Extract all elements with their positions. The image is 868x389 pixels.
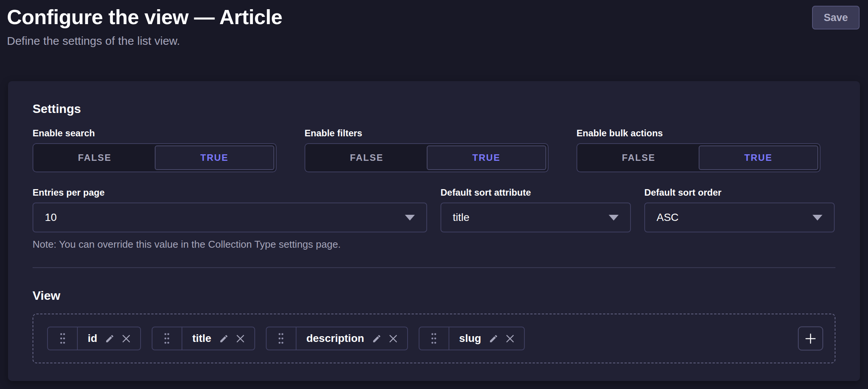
- default-sort-attribute-label: Default sort attribute: [441, 187, 631, 198]
- close-icon: [506, 335, 514, 343]
- section-divider: [33, 267, 835, 268]
- caret-down-icon: [405, 215, 415, 221]
- default-sort-attribute-field: Default sort attribute title: [441, 187, 631, 232]
- caret-down-icon: [609, 215, 619, 221]
- enable-search-true-option[interactable]: TRUE: [155, 145, 275, 170]
- caret-down-icon: [812, 215, 822, 221]
- plus-icon: [804, 332, 817, 345]
- settings-section-heading: Settings: [33, 101, 835, 116]
- remove-field-button[interactable]: [389, 335, 397, 343]
- enable-bulk-actions-true-option[interactable]: TRUE: [699, 145, 819, 170]
- drag-handle-icon: [431, 333, 437, 344]
- edit-field-button[interactable]: [219, 334, 229, 343]
- pencil-icon: [219, 334, 229, 343]
- view-fields-dropzone: id: [33, 314, 835, 363]
- drag-handle[interactable]: [267, 327, 296, 350]
- drag-handle-icon: [278, 333, 284, 344]
- entries-per-page-value: 10: [45, 211, 57, 224]
- field-chip-label: id: [88, 332, 97, 345]
- pencil-icon: [372, 334, 382, 343]
- drag-handle[interactable]: [419, 327, 449, 350]
- edit-field-button[interactable]: [105, 334, 115, 343]
- save-button[interactable]: Save: [812, 6, 860, 29]
- field-chip-slug[interactable]: slug: [419, 327, 525, 350]
- view-fields-list: id: [47, 327, 525, 350]
- enable-search-label: Enable search: [33, 127, 277, 139]
- enable-search-field: Enable search FALSE TRUE: [33, 127, 277, 172]
- view-section-heading: View: [33, 288, 835, 303]
- toggle-row: Enable search FALSE TRUE Enable filters …: [33, 127, 835, 172]
- field-chip-description[interactable]: description: [266, 327, 408, 350]
- page-subtitle: Define the settings of the list view.: [7, 34, 860, 48]
- default-sort-attribute-value: title: [453, 211, 470, 224]
- edit-field-button[interactable]: [372, 334, 382, 343]
- field-chip-label: description: [306, 332, 364, 345]
- pencil-icon: [105, 334, 115, 343]
- entries-per-page-select[interactable]: 10: [33, 203, 427, 232]
- enable-filters-label: Enable filters: [305, 127, 549, 139]
- field-chip-label: slug: [459, 332, 481, 345]
- field-chip-title[interactable]: title: [152, 327, 255, 350]
- default-sort-order-value: ASC: [657, 211, 679, 224]
- remove-field-button[interactable]: [122, 335, 130, 343]
- drag-handle-icon: [60, 333, 66, 344]
- default-sort-order-field: Default sort order ASC: [644, 187, 835, 232]
- settings-card: Settings Enable search FALSE TRUE Enable…: [8, 81, 860, 381]
- close-icon: [389, 335, 397, 343]
- edit-field-button[interactable]: [489, 334, 498, 343]
- remove-field-button[interactable]: [236, 335, 244, 343]
- page-title: Configure the view — Article: [7, 5, 860, 29]
- default-sort-attribute-select[interactable]: title: [441, 203, 631, 232]
- enable-filters-true-option[interactable]: TRUE: [427, 145, 547, 170]
- pencil-icon: [489, 334, 498, 343]
- field-chip-id[interactable]: id: [47, 327, 141, 350]
- enable-search-false-option[interactable]: FALSE: [35, 145, 155, 170]
- enable-bulk-actions-toggle[interactable]: FALSE TRUE: [576, 143, 821, 172]
- enable-search-toggle[interactable]: FALSE TRUE: [33, 143, 277, 172]
- select-row: Entries per page 10 Default sort attribu…: [33, 187, 835, 232]
- enable-filters-false-option[interactable]: FALSE: [307, 145, 427, 170]
- entries-per-page-note: Note: You can override this value in the…: [33, 238, 835, 251]
- enable-bulk-actions-label: Enable bulk actions: [576, 127, 821, 139]
- field-chip-label: title: [192, 332, 211, 345]
- page-header: Configure the view — Article Define the …: [0, 0, 868, 81]
- default-sort-order-label: Default sort order: [644, 187, 835, 198]
- default-sort-order-select[interactable]: ASC: [644, 203, 835, 232]
- enable-filters-field: Enable filters FALSE TRUE: [305, 127, 549, 172]
- enable-filters-toggle[interactable]: FALSE TRUE: [305, 143, 549, 172]
- entries-per-page-field: Entries per page 10: [33, 187, 427, 232]
- close-icon: [122, 335, 130, 343]
- entries-per-page-label: Entries per page: [33, 187, 427, 198]
- enable-bulk-actions-field: Enable bulk actions FALSE TRUE: [576, 127, 821, 172]
- enable-bulk-actions-false-option[interactable]: FALSE: [579, 145, 699, 170]
- drag-handle[interactable]: [152, 327, 182, 350]
- remove-field-button[interactable]: [506, 335, 514, 343]
- add-field-button[interactable]: [798, 327, 823, 351]
- drag-handle-icon: [164, 333, 170, 344]
- close-icon: [236, 335, 244, 343]
- drag-handle[interactable]: [48, 327, 78, 350]
